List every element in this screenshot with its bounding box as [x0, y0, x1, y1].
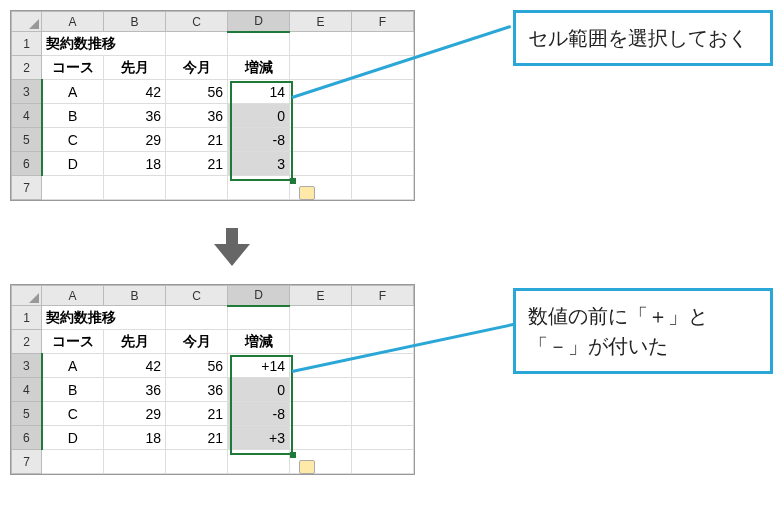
cell-D5-2[interactable]: -8	[228, 402, 290, 426]
th-diff[interactable]: 増減	[228, 56, 290, 80]
spreadsheet-before: A B C D E F 1 契約数推移 2 コース 先月 今月 増減	[10, 10, 415, 201]
grid-before[interactable]: A B C D E F 1 契約数推移 2 コース 先月 今月 増減	[11, 11, 414, 200]
step-after: A B C D E F 1 契約数推移 2 コース 先月 今月 増減	[10, 284, 773, 494]
rowhead-3[interactable]: 3	[12, 80, 42, 104]
cell-B4-2[interactable]: 36	[104, 378, 166, 402]
cell-D4[interactable]: 0	[228, 104, 290, 128]
cell-C5-2[interactable]: 21	[166, 402, 228, 426]
cell-C3[interactable]: 56	[166, 80, 228, 104]
th-prev[interactable]: 先月	[104, 56, 166, 80]
rowhead-2[interactable]: 2	[12, 56, 42, 80]
cell-C5[interactable]: 21	[166, 128, 228, 152]
quick-analysis-icon[interactable]	[299, 186, 315, 200]
cell-E2[interactable]	[290, 56, 352, 80]
cell-B3[interactable]: 42	[104, 80, 166, 104]
rowhead-1-2[interactable]: 1	[12, 306, 42, 330]
cell-B5-2[interactable]: 29	[104, 402, 166, 426]
th-curr-2[interactable]: 今月	[166, 330, 228, 354]
cell-E5[interactable]	[290, 128, 352, 152]
th-diff-2[interactable]: 増減	[228, 330, 290, 354]
cell-F3[interactable]	[352, 80, 414, 104]
cell-B4[interactable]: 36	[104, 104, 166, 128]
colhead-A-2[interactable]: A	[42, 286, 104, 306]
rowhead-5-2[interactable]: 5	[12, 402, 42, 426]
cell-title[interactable]: 契約数推移	[42, 32, 166, 56]
colhead-D[interactable]: D	[228, 12, 290, 32]
cell-C7[interactable]	[166, 176, 228, 200]
callout-result: 数値の前に「＋」と「－」が付いた	[513, 288, 773, 374]
cell-A3-2[interactable]: A	[42, 354, 104, 378]
cell-E3[interactable]	[290, 80, 352, 104]
cell-F5[interactable]	[352, 128, 414, 152]
cell-C6-2[interactable]: 21	[166, 426, 228, 450]
th-course[interactable]: コース	[42, 56, 104, 80]
cell-F7[interactable]	[352, 176, 414, 200]
rowhead-1[interactable]: 1	[12, 32, 42, 56]
spreadsheet-after: A B C D E F 1 契約数推移 2 コース 先月 今月 増減	[10, 284, 415, 475]
colhead-F-2[interactable]: F	[352, 286, 414, 306]
cell-D5[interactable]: -8	[228, 128, 290, 152]
cell-title-2[interactable]: 契約数推移	[42, 306, 166, 330]
cell-B5[interactable]: 29	[104, 128, 166, 152]
cell-F4[interactable]	[352, 104, 414, 128]
cell-A5[interactable]: C	[42, 128, 104, 152]
cell-C6[interactable]: 21	[166, 152, 228, 176]
quick-analysis-icon-2[interactable]	[299, 460, 315, 474]
cell-B6-2[interactable]: 18	[104, 426, 166, 450]
cell-A6[interactable]: D	[42, 152, 104, 176]
colhead-E[interactable]: E	[290, 12, 352, 32]
rowhead-3-2[interactable]: 3	[12, 354, 42, 378]
rowhead-6-2[interactable]: 6	[12, 426, 42, 450]
cell-D7[interactable]	[228, 176, 290, 200]
colhead-F[interactable]: F	[352, 12, 414, 32]
cell-B3-2[interactable]: 42	[104, 354, 166, 378]
cell-D4-2[interactable]: 0	[228, 378, 290, 402]
th-prev-2[interactable]: 先月	[104, 330, 166, 354]
cell-A7[interactable]	[42, 176, 104, 200]
rowhead-6[interactable]: 6	[12, 152, 42, 176]
callout-text-2: 数値の前に「＋」と「－」が付いた	[528, 305, 708, 357]
grid-after[interactable]: A B C D E F 1 契約数推移 2 コース 先月 今月 増減	[11, 285, 414, 474]
th-curr[interactable]: 今月	[166, 56, 228, 80]
colhead-B[interactable]: B	[104, 12, 166, 32]
rowhead-4[interactable]: 4	[12, 104, 42, 128]
colhead-E-2[interactable]: E	[290, 286, 352, 306]
cell-C1[interactable]	[166, 32, 228, 56]
cell-E1[interactable]	[290, 32, 352, 56]
rowhead-4-2[interactable]: 4	[12, 378, 42, 402]
colhead-D-2[interactable]: D	[228, 286, 290, 306]
cell-C3-2[interactable]: 56	[166, 354, 228, 378]
th-course-2[interactable]: コース	[42, 330, 104, 354]
colhead-A[interactable]: A	[42, 12, 104, 32]
cell-E4[interactable]	[290, 104, 352, 128]
callout-select-range: セル範囲を選択しておく	[513, 10, 773, 66]
cell-F1[interactable]	[352, 32, 414, 56]
colhead-C-2[interactable]: C	[166, 286, 228, 306]
cell-B6[interactable]: 18	[104, 152, 166, 176]
cell-F6[interactable]	[352, 152, 414, 176]
cell-A4[interactable]: B	[42, 104, 104, 128]
cell-B7[interactable]	[104, 176, 166, 200]
down-arrow-icon	[210, 228, 254, 268]
rowhead-7-2[interactable]: 7	[12, 450, 42, 474]
cell-D3[interactable]: 14	[228, 80, 290, 104]
cell-D3-2[interactable]: +14	[228, 354, 290, 378]
cell-A3[interactable]: A	[42, 80, 104, 104]
rowhead-7[interactable]: 7	[12, 176, 42, 200]
cell-A5-2[interactable]: C	[42, 402, 104, 426]
cell-D6[interactable]: 3	[228, 152, 290, 176]
cell-A4-2[interactable]: B	[42, 378, 104, 402]
cell-A6-2[interactable]: D	[42, 426, 104, 450]
down-arrow	[10, 228, 773, 272]
cell-E6[interactable]	[290, 152, 352, 176]
cell-D1[interactable]	[228, 32, 290, 56]
rowhead-2-2[interactable]: 2	[12, 330, 42, 354]
select-all-corner-2[interactable]	[12, 286, 42, 306]
rowhead-5[interactable]: 5	[12, 128, 42, 152]
colhead-C[interactable]: C	[166, 12, 228, 32]
cell-C4[interactable]: 36	[166, 104, 228, 128]
colhead-B-2[interactable]: B	[104, 286, 166, 306]
select-all-corner[interactable]	[12, 12, 42, 32]
cell-C4-2[interactable]: 36	[166, 378, 228, 402]
cell-D6-2[interactable]: +3	[228, 426, 290, 450]
